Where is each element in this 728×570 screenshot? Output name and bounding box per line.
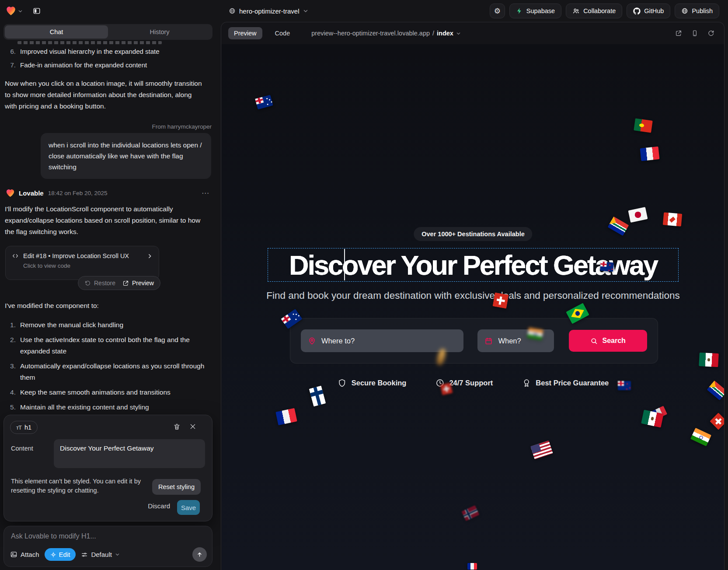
github-button[interactable]: GitHub	[627, 3, 670, 18]
flag-southafrica-icon	[608, 217, 629, 236]
external-link-icon	[122, 280, 129, 287]
code-icon	[12, 252, 19, 259]
tab-code[interactable]: Code	[269, 27, 296, 39]
send-button[interactable]	[192, 547, 207, 562]
content-label: Content	[11, 445, 33, 452]
flag-france-icon	[467, 563, 477, 570]
list-item: 1.Remove the manual click handling	[5, 319, 211, 331]
refresh-button[interactable]	[707, 30, 714, 37]
supabase-bolt-icon	[516, 7, 523, 14]
flag-usa-icon	[530, 441, 553, 459]
flag-france-icon	[640, 147, 660, 161]
attach-button[interactable]: Attach	[10, 551, 39, 558]
chevron-down-icon	[18, 9, 23, 14]
preview-label: Preview	[132, 280, 154, 287]
supabase-button[interactable]: Supabase	[509, 3, 561, 18]
attach-label: Attach	[21, 551, 39, 558]
assistant-timestamp: 18:42 on Feb 20, 2025	[48, 190, 108, 196]
chevron-right-icon	[147, 253, 153, 259]
preview-viewport: Over 1000+ Destinations Available Discov…	[222, 44, 725, 570]
publish-button[interactable]: Publish	[675, 3, 719, 18]
model-default-selector[interactable]: Default	[81, 551, 120, 558]
flag-mexico-icon	[699, 353, 719, 367]
flag-australia-icon	[255, 95, 273, 109]
panel-left-icon	[33, 7, 41, 15]
open-in-new-tab-button[interactable]	[675, 30, 682, 37]
tab-preview[interactable]: Preview	[228, 27, 262, 39]
lovable-heart-icon	[5, 188, 15, 198]
preview-panel: Preview Code preview--hero-optimizer-tra…	[221, 22, 725, 570]
restore-button[interactable]: Restore	[84, 280, 115, 287]
publish-globe-icon	[681, 7, 688, 14]
edit-version-card[interactable]: Edit #18 • Improve Location Scroll UX Cl…	[5, 246, 159, 280]
composer-input[interactable]	[11, 532, 203, 540]
features-row: Secure Booking 24/7 Support Best Price G…	[338, 378, 609, 388]
tab-history[interactable]: History	[108, 25, 211, 38]
tab-chat[interactable]: Chat	[5, 25, 108, 38]
feature-label: Secure Booking	[352, 379, 407, 387]
feature-label: 24/7 Support	[449, 379, 493, 387]
chevron-down-icon	[456, 31, 461, 36]
project-switcher[interactable]: hero-optimizer-travel	[229, 0, 308, 22]
list-item: 5.Maintain all the existing content and …	[5, 402, 211, 413]
shield-icon	[338, 378, 347, 388]
feature-secure-booking: Secure Booking	[338, 378, 407, 388]
collaborate-button[interactable]: Collaborate	[566, 3, 622, 18]
restore-label: Restore	[94, 280, 115, 287]
where-input[interactable]	[321, 337, 456, 345]
feature-change-list: 6.Improved visual hierarchy in the expan…	[5, 46, 206, 73]
mobile-view-button[interactable]	[691, 30, 698, 37]
mobile-icon	[691, 30, 698, 37]
element-editor-panel: тT h1 Content Discover Your Perfect Geta…	[3, 415, 212, 521]
trash-icon	[173, 423, 181, 430]
preview-button[interactable]: Preview	[122, 280, 154, 287]
send-arrow-up-icon	[196, 551, 203, 558]
discard-button[interactable]: Discard	[148, 502, 170, 510]
preview-toolbar: Preview Code preview--hero-optimizer-tra…	[221, 22, 724, 44]
search-button[interactable]: Search	[569, 330, 647, 352]
flag-switzerland-icon	[492, 292, 509, 308]
lovable-logo-menu[interactable]	[5, 5, 23, 17]
url-page: index	[437, 30, 453, 37]
flag-switzerland-icon	[710, 413, 725, 430]
element-tag-pill[interactable]: тT h1	[10, 421, 38, 434]
list-item: 6.Improved visual hierarchy in the expan…	[5, 46, 206, 57]
flag-portugal-icon	[634, 118, 653, 133]
styling-note: This element can't be styled. You can ed…	[11, 477, 150, 495]
globe-icon	[229, 7, 236, 14]
attach-image-icon	[10, 551, 17, 558]
flag-japan-icon	[628, 207, 648, 223]
refresh-icon	[707, 30, 714, 37]
text-type-icon: тT	[16, 424, 21, 431]
close-icon	[189, 423, 196, 430]
delete-element-button[interactable]	[173, 423, 181, 430]
settings-button[interactable]: ⚙	[490, 3, 505, 18]
project-name: hero-optimizer-travel	[239, 7, 300, 15]
map-pin-icon	[308, 337, 316, 345]
topbar: hero-optimizer-travel ⚙ Supabase Collabo…	[0, 0, 728, 22]
calendar-icon	[484, 337, 493, 345]
reset-styling-button[interactable]: Reset styling	[152, 479, 201, 495]
github-label: GitHub	[644, 7, 664, 14]
summary-intro: I've modified the component to:	[5, 300, 99, 311]
flag-finland-icon	[309, 385, 326, 406]
gear-icon: ⚙	[494, 7, 501, 16]
edit-target-icon	[50, 552, 56, 558]
edit-card-subtitle: Click to view code	[23, 262, 153, 269]
close-editor-button[interactable]	[189, 423, 196, 430]
message-menu-button[interactable]: ⋯	[202, 189, 212, 198]
content-textarea[interactable]: Discover Your Perfect Getaway	[54, 439, 205, 468]
user-message-bubble: when i scroll into the individual locati…	[41, 133, 211, 179]
toggle-sidebar-button[interactable]	[30, 4, 43, 18]
edit-mode-pill[interactable]: Edit	[45, 548, 76, 561]
preview-url[interactable]: preview--hero-optimizer-travel.lovable.a…	[311, 30, 461, 37]
save-button[interactable]: Save	[177, 500, 200, 515]
external-link-icon	[675, 30, 682, 37]
supabase-label: Supabase	[526, 7, 555, 14]
destinations-badge: Over 1000+ Destinations Available	[414, 227, 532, 241]
url-host: preview--hero-optimizer-travel.lovable.a…	[311, 30, 430, 37]
h1-selection-box[interactable]: Discover Your Perfect Getaway	[268, 248, 679, 282]
restore-preview-pill: Restore Preview	[78, 276, 160, 290]
search-icon	[590, 337, 598, 345]
sliders-icon	[81, 551, 88, 558]
